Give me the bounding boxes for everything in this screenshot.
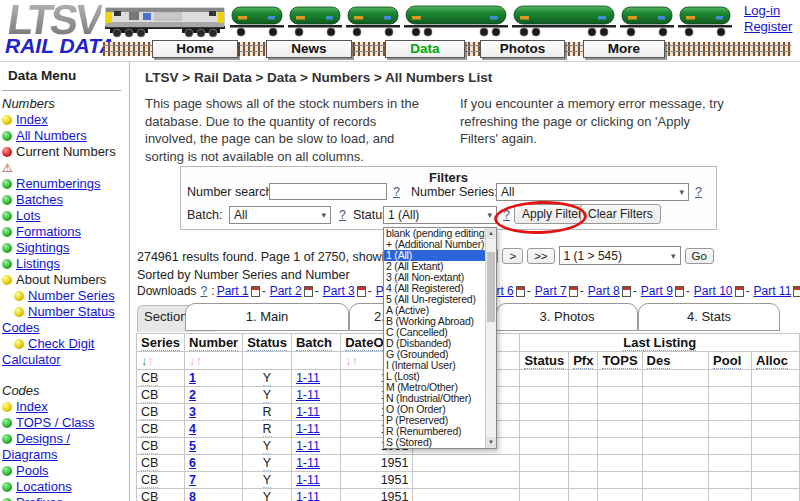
download-part-11-link[interactable]: Part 11 bbox=[754, 284, 792, 298]
status-option[interactable]: 2 (All Extant) bbox=[384, 261, 485, 272]
status-option-selected[interactable]: 1 (All) bbox=[384, 250, 485, 261]
status-option[interactable]: G (Grounded) bbox=[384, 349, 485, 360]
scrollbar-thumb[interactable] bbox=[487, 252, 495, 322]
register-link[interactable]: Register bbox=[744, 19, 792, 35]
table-row: CB6Y1-111951 bbox=[137, 455, 800, 472]
sidebar-item-number-status-codes[interactable]: Number Status Codes bbox=[2, 304, 127, 336]
file-icon bbox=[516, 286, 525, 297]
nav-button-home[interactable]: Home bbox=[152, 40, 238, 58]
sidebar-item-number-series[interactable]: Number Series bbox=[2, 288, 127, 304]
download-part-1-link[interactable]: Part 1 bbox=[217, 284, 249, 298]
status-option[interactable]: N (Industrial/Other) bbox=[384, 393, 485, 404]
sidebar-item-formations[interactable]: Formations bbox=[2, 224, 127, 240]
batch-help-link[interactable]: ? bbox=[339, 208, 346, 222]
download-part-10-link[interactable]: Part 10 bbox=[694, 284, 733, 298]
nav-button-news[interactable]: News bbox=[266, 40, 352, 58]
downloads-help-link[interactable]: ? bbox=[200, 284, 207, 298]
col-group-last-listing: Last Listing bbox=[520, 334, 800, 352]
status-option[interactable]: 5 (All Un-registered) bbox=[384, 294, 485, 305]
number-link: 7 bbox=[189, 473, 196, 487]
nav-button-more[interactable]: More bbox=[583, 40, 665, 58]
nav-button-photos[interactable]: Photos bbox=[480, 40, 565, 58]
number-search-input[interactable] bbox=[269, 183, 387, 200]
batch-link: 1-11 bbox=[296, 439, 320, 453]
green-dot-icon bbox=[2, 466, 12, 476]
series-sort-cell[interactable]: ↓↑ bbox=[137, 352, 185, 370]
status-option[interactable]: L (Lost) bbox=[384, 371, 485, 382]
sidebar-item-listings[interactable]: Listings bbox=[2, 256, 127, 272]
status-option[interactable]: 3 (All Non-extant) bbox=[384, 272, 485, 283]
status-option[interactable]: I (Internal User) bbox=[384, 360, 485, 371]
sidebar-item-prefixes[interactable]: Prefixes bbox=[2, 495, 127, 501]
status-option[interactable]: O (On Order) bbox=[384, 404, 485, 415]
batch-label: Batch: bbox=[187, 208, 222, 222]
status-option[interactable]: S (Stored) bbox=[384, 437, 485, 448]
yellow-dot-icon bbox=[2, 275, 12, 285]
green-dot-icon bbox=[2, 243, 12, 253]
sidebar-item-pools[interactable]: Pools bbox=[2, 463, 127, 479]
table-row: CB8Y1-111951 bbox=[137, 489, 800, 501]
batch-link: 1-11 bbox=[296, 456, 320, 470]
number-series-label: Number Series: bbox=[411, 185, 498, 199]
status-option[interactable]: D (Disbanded) bbox=[384, 338, 485, 349]
status-option[interactable]: + (Additional Number) bbox=[384, 239, 485, 250]
dropdown-scrollbar[interactable]: ▲ ▼ bbox=[485, 228, 496, 448]
download-part-3-link[interactable]: Part 3 bbox=[323, 284, 355, 298]
file-icon bbox=[357, 286, 366, 297]
download-part-2-link[interactable]: Part 2 bbox=[270, 284, 302, 298]
page-select[interactable]: 1 (1 > 545)▾ bbox=[559, 246, 681, 265]
green-dot-icon bbox=[2, 434, 12, 444]
number-series-select[interactable]: All▾ bbox=[496, 183, 689, 201]
number-search-label: Number search: bbox=[187, 185, 276, 199]
sidebar-item-locations[interactable]: Locations bbox=[2, 479, 127, 495]
status-option[interactable]: M (Metro/Other) bbox=[384, 382, 485, 393]
sidebar-item-batches[interactable]: Batches bbox=[2, 192, 127, 208]
status-select[interactable]: 1 (All)▾ bbox=[383, 206, 497, 224]
status-option[interactable]: 4 (All Registered) bbox=[384, 283, 485, 294]
status-option[interactable]: B (Working Abroad) bbox=[384, 316, 485, 327]
col-header-number[interactable]: Number bbox=[185, 334, 243, 352]
download-part-8-link[interactable]: Part 8 bbox=[588, 284, 620, 298]
clear-filters-button[interactable]: Clear Filters bbox=[580, 204, 661, 224]
sidebar-item-sightings[interactable]: Sightings bbox=[2, 240, 127, 256]
sidebar: Data Menu Numbers Index All Numbers Curr… bbox=[0, 62, 130, 501]
sidebar-item-renumberings[interactable]: Renumberings bbox=[2, 176, 127, 192]
download-part-7-link[interactable]: Part 7 bbox=[535, 284, 567, 298]
number-search-help-link[interactable]: ? bbox=[393, 185, 400, 199]
status-option[interactable]: blank (pending editing) bbox=[384, 228, 485, 239]
green-dot-icon bbox=[2, 227, 12, 237]
sidebar-item-designs-diagrams[interactable]: Designs / Diagrams bbox=[2, 431, 127, 463]
batch-select[interactable]: All▾ bbox=[229, 206, 331, 224]
sidebar-item-check-digit-calculator[interactable]: Check Digit Calculator bbox=[2, 336, 127, 368]
sidebar-item-codes-index[interactable]: Index bbox=[2, 399, 127, 415]
tab-stats[interactable]: 4. Stats bbox=[638, 303, 780, 331]
scroll-down-icon[interactable]: ▼ bbox=[486, 437, 496, 448]
sidebar-item-all-numbers[interactable]: All Numbers bbox=[2, 128, 127, 144]
sidebar-item-warning: ⚠ bbox=[2, 160, 127, 176]
status-dropdown-list: blank (pending editing) + (Additional Nu… bbox=[383, 227, 497, 449]
sidebar-section-numbers: Numbers bbox=[2, 96, 127, 112]
sidebar-item-tops-class[interactable]: TOPS / Class bbox=[2, 415, 127, 431]
tab-main[interactable]: 1. Main bbox=[185, 303, 349, 331]
status-option[interactable]: P (Preserved) bbox=[384, 415, 485, 426]
last-page-button[interactable]: >> bbox=[527, 248, 554, 264]
status-option[interactable]: A (Active) bbox=[384, 305, 485, 316]
next-page-button[interactable]: > bbox=[502, 248, 523, 264]
file-icon bbox=[304, 286, 313, 297]
status-option[interactable]: R (Renumbered) bbox=[384, 426, 485, 437]
go-button[interactable]: Go bbox=[685, 248, 714, 264]
file-icon bbox=[793, 286, 800, 297]
green-dot-icon bbox=[2, 195, 12, 205]
tab-photos[interactable]: 3. Photos bbox=[496, 303, 638, 331]
login-link[interactable]: Log-in bbox=[744, 3, 792, 19]
download-part-9-link[interactable]: Part 9 bbox=[641, 284, 673, 298]
number-sort-cell[interactable]: ↓↑ bbox=[185, 352, 243, 370]
sidebar-item-index[interactable]: Index bbox=[2, 112, 127, 128]
nav-button-data[interactable]: Data bbox=[385, 40, 465, 58]
number-series-help-link[interactable]: ? bbox=[695, 185, 702, 199]
status-option[interactable]: C (Cancelled) bbox=[384, 327, 485, 338]
scroll-up-icon[interactable]: ▲ bbox=[486, 228, 496, 239]
green-dot-icon bbox=[2, 211, 12, 221]
sidebar-item-lots[interactable]: Lots bbox=[2, 208, 127, 224]
col-header-series[interactable]: Series bbox=[137, 334, 185, 352]
